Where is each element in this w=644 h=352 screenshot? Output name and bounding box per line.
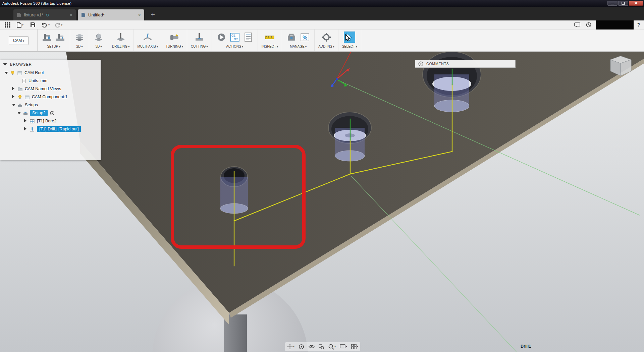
multi-axis-button[interactable] [142, 32, 153, 43]
component-icon [24, 95, 30, 100]
tree-item-label: CAM Component:1 [32, 95, 67, 99]
title-bar: Autodesk Fusion 360 (Startup License) [0, 0, 644, 7]
window-title: Autodesk Fusion 360 (Startup License) [2, 1, 71, 5]
close-tab-icon[interactable]: × [138, 13, 141, 17]
orbit-button[interactable] [299, 344, 304, 350]
maximize-button[interactable] [618, 1, 628, 6]
setup-icon [23, 111, 28, 116]
save-button[interactable] [29, 21, 37, 28]
expander-icon[interactable] [24, 127, 28, 131]
ribbon-group-label[interactable]: CUTTING [191, 45, 208, 48]
redo-button[interactable] [54, 21, 62, 28]
setup-sheet-button[interactable] [243, 32, 254, 43]
ribbon-group-label[interactable]: MULTI-AXIS [137, 45, 158, 48]
user-account-area[interactable] [596, 20, 634, 30]
grid-icon [351, 344, 357, 349]
pan-button[interactable] [287, 344, 294, 350]
setup-folder-button[interactable] [55, 32, 66, 43]
ribbon-group-actions: G1G2 ACTIONS [212, 30, 258, 51]
ribbon-group-drilling: DRILLING [108, 30, 133, 51]
view-cube[interactable] [603, 53, 637, 86]
ribbon-group-label[interactable]: DRILLING [112, 45, 129, 48]
zoom-button[interactable] [328, 344, 336, 350]
viewport-canvas[interactable] [0, 0, 644, 352]
browser-item-cam-component[interactable]: CAM Component:1 [0, 93, 101, 101]
browser-item-drill1[interactable]: [T1] Drill1 [Rapid out] [0, 125, 101, 133]
ribbon-group-label[interactable]: TURNING [166, 45, 183, 48]
feedback-button[interactable] [573, 21, 581, 28]
bore-operation-icon [30, 119, 35, 124]
browser-item-units[interactable]: Units: mm [0, 77, 101, 85]
browser-panel-header[interactable]: BROWSER [0, 60, 101, 69]
expander-icon[interactable] [17, 111, 21, 115]
collapse-panel-icon[interactable] [3, 63, 7, 66]
add-comment-icon [418, 61, 423, 66]
data-panel-button[interactable] [3, 21, 11, 28]
cutting-icon [194, 32, 204, 42]
setup-stock-icon [55, 32, 65, 42]
ribbon-group-label[interactable]: SETUP [47, 45, 60, 48]
expander-icon[interactable] [5, 70, 8, 75]
expander-icon[interactable] [12, 103, 15, 107]
ribbon-group-label[interactable]: ACTIONS [226, 45, 243, 48]
ribbon-group-label[interactable]: ADD-INS [318, 45, 334, 48]
tree-item-label: CAM Named Views [25, 86, 61, 91]
expander-icon[interactable] [12, 86, 15, 91]
browser-item-bore2[interactable]: [T1] Bore2 [0, 117, 101, 125]
new-setup-button[interactable] [41, 32, 53, 43]
new-tab-button[interactable]: + [149, 11, 157, 19]
comments-panel[interactable]: COMMENTS [415, 60, 516, 68]
look-at-button[interactable] [309, 344, 315, 349]
grid-settings-button[interactable] [351, 344, 358, 349]
feeds-speeds-button[interactable]: % [299, 32, 311, 43]
turning-icon [169, 32, 179, 42]
help-button[interactable]: ? [637, 22, 640, 27]
3d-milling-button[interactable] [93, 32, 104, 43]
undo-button[interactable] [42, 21, 50, 28]
tree-item-label-selected[interactable]: Setup2 [30, 110, 48, 116]
3d-contour-icon [94, 32, 104, 42]
tab-label: fixture v1* [24, 12, 43, 17]
expander-icon[interactable] [12, 95, 15, 99]
recent-activity-button[interactable] [585, 21, 593, 28]
tab-untitled[interactable]: Untitled* × [78, 9, 144, 20]
view-cube-icon [603, 53, 637, 85]
browser-item-named-views[interactable]: CAM Named Views [0, 85, 101, 93]
ribbon-group-label[interactable]: SELECT [342, 45, 357, 48]
ribbon-group-label[interactable]: 3D [95, 45, 102, 48]
display-settings-button[interactable] [340, 344, 347, 349]
add-ins-button[interactable] [321, 32, 332, 43]
file-icon [17, 22, 21, 28]
expander-icon[interactable] [24, 119, 28, 123]
percent-icon: % [300, 32, 310, 42]
ribbon-group-label[interactable]: MANAGE [290, 45, 307, 48]
active-setup-radio-icon[interactable] [50, 111, 55, 116]
zoom-window-button[interactable] [319, 344, 324, 350]
file-menu-button[interactable] [16, 21, 24, 28]
close-button[interactable] [629, 1, 643, 6]
workspace-switcher[interactable]: CAM [9, 36, 29, 45]
look-at-eye-icon [309, 344, 315, 349]
ribbon-group-label[interactable]: INSPECT [262, 45, 278, 48]
tool-library-button[interactable] [286, 32, 297, 43]
ribbon-group-label[interactable]: 2D [76, 45, 83, 48]
ribbon-group-add-ins: ADD-INS [315, 30, 338, 51]
simulate-button[interactable] [216, 32, 227, 43]
tab-fixture-v1[interactable]: fixture v1* × [13, 9, 76, 20]
browser-item-setup2[interactable]: Setup2 [0, 109, 101, 117]
zoom-window-icon [319, 344, 324, 350]
turning-button[interactable] [169, 32, 180, 43]
clock-icon [586, 22, 591, 27]
cutting-button[interactable] [194, 32, 205, 43]
measure-button[interactable] [264, 32, 275, 43]
tree-item-label-highlighted[interactable]: [T1] Drill1 [Rapid out] [37, 126, 81, 132]
close-tab-icon[interactable]: × [70, 13, 72, 17]
ribbon-group-2d: 2D [70, 30, 89, 51]
browser-item-cam-root[interactable]: CAM Root [0, 69, 101, 77]
browser-item-setups[interactable]: Setups [0, 101, 101, 109]
2d-milling-button[interactable] [74, 32, 85, 43]
drilling-icon [116, 32, 126, 42]
drilling-button[interactable] [115, 32, 126, 43]
post-process-button[interactable]: G1G2 [229, 32, 240, 43]
minimize-button[interactable] [607, 1, 618, 6]
